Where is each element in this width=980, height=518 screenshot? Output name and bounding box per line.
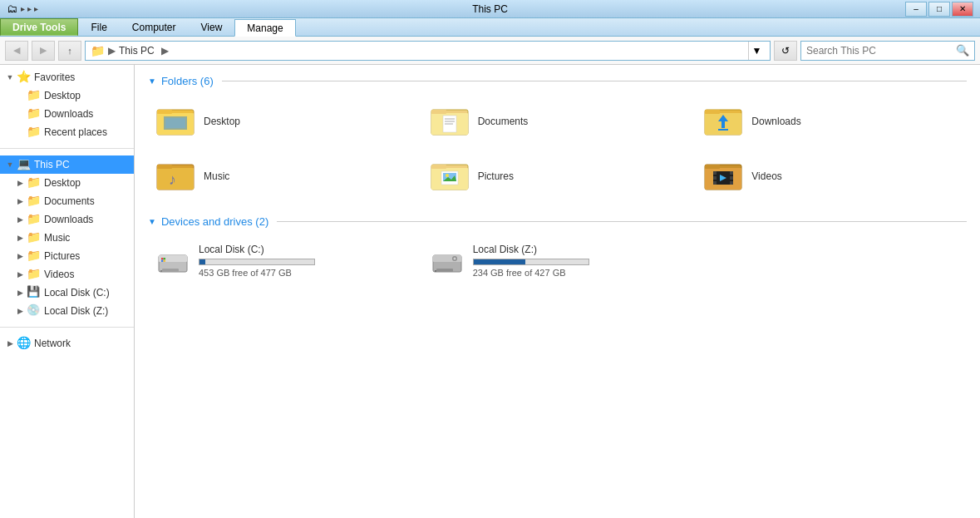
folders-collapse-arrow[interactable]: ▼ [148, 76, 156, 86]
folders-section-header: ▼ Folders (6) [148, 75, 967, 87]
svg-rect-23 [431, 165, 446, 169]
favorites-expand-icon [3, 71, 17, 84]
svg-rect-34 [713, 181, 717, 185]
folder-icon: 📁 [27, 194, 42, 209]
folder-item-videos[interactable]: Videos [696, 150, 967, 202]
documents-folder-label: Documents [478, 116, 529, 127]
music-folder-label: Music [204, 170, 229, 182]
sidebar-item-local-z[interactable]: 💿 Local Disk (Z:) [0, 302, 134, 320]
svg-rect-44 [161, 260, 164, 263]
tab-view[interactable]: View [189, 18, 235, 36]
folders-section-line [222, 81, 967, 81]
tab-file[interactable]: File [78, 18, 119, 36]
refresh-button[interactable]: ↺ [774, 41, 797, 61]
folder-item-pictures[interactable]: Pictures [422, 150, 693, 202]
svg-point-51 [453, 258, 456, 260]
drive-c-bar-fill [199, 259, 205, 264]
search-box[interactable]: 🔍 [800, 41, 975, 61]
favorites-star-icon: ⭐ [17, 70, 32, 85]
folders-grid: Desktop Documents [148, 96, 967, 202]
sidebar-item-desktop2[interactable]: 📁 Desktop [0, 174, 134, 192]
pictures-folder-icon [430, 156, 470, 196]
drive-z-info: Local Disk (Z:) 234 GB free of 427 GB [473, 244, 686, 278]
drive-c-info: Local Disk (C:) 453 GB free of 477 GB [199, 244, 411, 278]
ribbon-tabs: Drive Tools File Computer View Manage [0, 18, 980, 37]
folder-icon: 📁 [27, 267, 42, 282]
drive-item-z[interactable]: Local Disk (Z:) 234 GB free of 427 GB [422, 236, 693, 286]
address-arrow: ▶ [161, 45, 169, 57]
folder-icon: 📁 [27, 88, 42, 103]
svg-rect-52 [436, 269, 453, 272]
sidebar-item-recent[interactable]: 📁 Recent places [0, 123, 134, 141]
address-bar: ◀ ▶ ↑ 📁 ▶ This PC ▶ ▼ ↺ 🔍 [0, 37, 980, 65]
sidebar-item-downloads[interactable]: 📁 Downloads [0, 105, 134, 123]
up-button[interactable]: ↑ [58, 41, 81, 61]
main-layout: ⭐ Favorites 📁 Desktop 📁 Downloads 📁 Rece… [0, 65, 980, 518]
sidebar-item-local-c[interactable]: 💾 Local Disk (C:) [0, 284, 134, 302]
maximize-button[interactable]: □ [928, 2, 950, 17]
sidebar-downloads2-label: Downloads [44, 214, 93, 225]
tab-drive-tools[interactable]: Drive Tools [0, 18, 78, 36]
sidebar-item-documents[interactable]: 📁 Documents [0, 192, 134, 210]
address-dropdown[interactable]: ▼ [748, 42, 765, 60]
sidebar-this-pc[interactable]: 💻 This PC [0, 155, 134, 174]
close-button[interactable]: ✕ [952, 2, 973, 17]
drive-c-free: 453 GB free of 477 GB [199, 268, 411, 278]
drive-z-icon: 💿 [27, 303, 42, 318]
drive-c-name: Local Disk (C:) [199, 244, 411, 255]
folder-item-desktop[interactable]: Desktop [148, 96, 419, 147]
sidebar-network[interactable]: 🌐 Network [0, 334, 134, 353]
drive-z-icon [430, 244, 465, 279]
downloads-folder-icon [703, 101, 743, 141]
sidebar-item-videos[interactable]: 📁 Videos [0, 265, 134, 284]
sidebar-videos-label: Videos [44, 269, 74, 280]
sidebar-music-label: Music [44, 232, 70, 244]
svg-rect-43 [164, 258, 166, 260]
tab-computer[interactable]: Computer [120, 18, 189, 36]
sidebar-local-z-label: Local Disk (Z:) [44, 305, 108, 317]
desktop-folder-icon [155, 101, 195, 141]
folder-item-downloads[interactable]: Downloads [696, 96, 967, 147]
drive-z-name: Local Disk (Z:) [473, 244, 686, 255]
svg-rect-19 [157, 165, 172, 169]
tab-manage[interactable]: Manage [234, 19, 295, 37]
sidebar-favorites-header[interactable]: ⭐ Favorites [0, 68, 134, 86]
address-separator: ▶ [108, 45, 116, 57]
devices-collapse-arrow[interactable]: ▼ [148, 217, 156, 226]
drive-z-free: 234 GB free of 427 GB [473, 268, 686, 278]
sidebar-item-downloads2[interactable]: 📁 Downloads [0, 210, 134, 229]
address-field[interactable]: 📁 ▶ This PC ▶ ▼ [85, 41, 771, 61]
search-input[interactable] [806, 45, 956, 57]
expand-icon [13, 195, 27, 208]
title-bar-left: 🗂 ▸ ▸ ▸ [7, 2, 38, 15]
sidebar-item-pictures[interactable]: 📁 Pictures [0, 247, 134, 265]
documents-folder-icon [430, 101, 470, 141]
drive-item-c[interactable]: Local Disk (C:) 453 GB free of 477 GB [148, 236, 419, 286]
forward-button[interactable]: ▶ [32, 41, 55, 61]
folder-item-music[interactable]: ♪ Music [148, 150, 419, 202]
sidebar-pictures-label: Pictures [44, 250, 80, 262]
desktop-folder-label: Desktop [204, 116, 240, 127]
app-icon: 🗂 [7, 2, 17, 15]
sidebar-divider-2 [0, 327, 134, 328]
sidebar-downloads-label: Downloads [44, 108, 93, 120]
svg-rect-30 [705, 165, 720, 169]
devices-section-line [277, 221, 967, 222]
folder-icon: 📁 [27, 212, 42, 227]
downloads-folder-icon: 📁 [27, 106, 42, 121]
svg-rect-14 [705, 110, 720, 114]
devices-grid: Local Disk (C:) 453 GB free of 477 GB [148, 236, 967, 286]
sidebar-item-desktop[interactable]: 📁 Desktop [0, 86, 134, 105]
drive-c-bar [199, 259, 315, 265]
back-button[interactable]: ◀ [5, 41, 28, 61]
sidebar-item-music[interactable]: 📁 Music [0, 229, 134, 247]
content-area: ▼ Folders (6) Desktop [135, 65, 980, 518]
drive-c-icon [155, 244, 190, 279]
minimize-button[interactable]: – [905, 2, 927, 17]
svg-text:♪: ♪ [169, 171, 176, 188]
folder-item-documents[interactable]: Documents [422, 96, 693, 147]
svg-rect-2 [157, 110, 172, 114]
sidebar-recent-label: Recent places [44, 126, 107, 138]
sidebar-divider-1 [0, 148, 134, 149]
this-pc-expand-icon [3, 158, 17, 171]
